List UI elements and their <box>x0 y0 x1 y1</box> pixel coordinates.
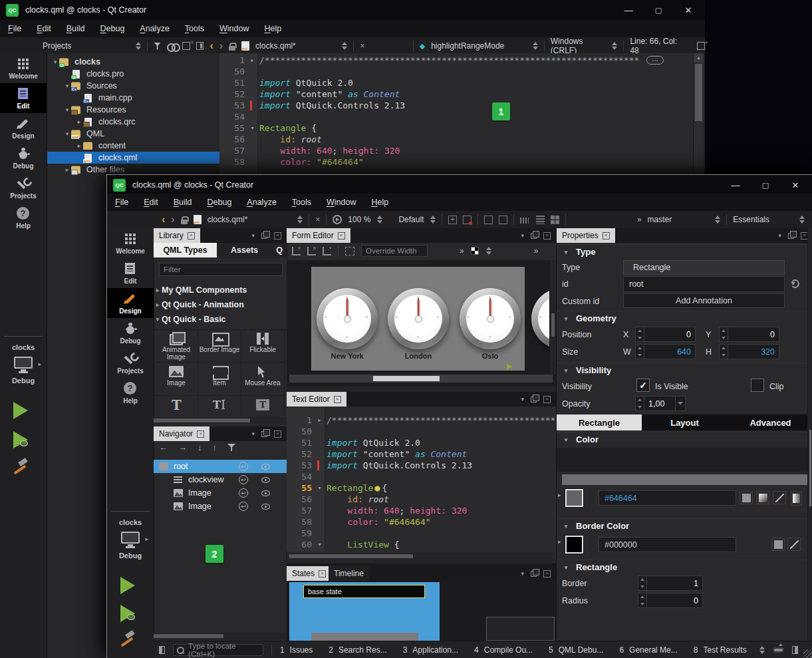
gradient-picker-button[interactable] <box>791 491 802 506</box>
navigator-hscrollbar[interactable] <box>154 633 287 639</box>
override-width-input[interactable]: Override Width <box>361 245 428 257</box>
close-sidebar-icon[interactable] <box>196 42 203 50</box>
visibility-eye-icon[interactable] <box>261 464 270 470</box>
toggle-right-sidebar-icon[interactable] <box>792 646 798 654</box>
perspective-combo-arrows-icon[interactable] <box>799 215 805 224</box>
dock-menu-icon[interactable]: ▾ <box>778 232 781 239</box>
fold-marker-icon[interactable]: ▾ <box>315 482 325 494</box>
tab-close-icon[interactable]: × <box>338 232 345 240</box>
clock-delegate[interactable]: London <box>388 288 449 349</box>
add-state-placeholder[interactable] <box>486 617 555 641</box>
library-group[interactable]: ▾Qt Quick - Basic <box>154 312 287 327</box>
move-up-icon[interactable]: ↑ <box>213 442 217 452</box>
show-bounds-icon[interactable] <box>345 247 354 255</box>
line-ending-selector[interactable]: Windows (CRLF) <box>551 37 606 55</box>
navigator-item[interactable]: Image↩ <box>154 500 287 513</box>
menu-build[interactable]: Build <box>67 24 85 33</box>
library-component[interactable]: Animated Image <box>155 330 198 363</box>
split-editor-icon[interactable] <box>697 42 705 50</box>
border-color-hex-input[interactable]: #000000 <box>599 537 736 552</box>
dock-menu-icon[interactable]: ▾ <box>251 430 255 437</box>
tree-expander-icon[interactable]: ▾ <box>63 106 71 113</box>
group-expander-icon[interactable]: ▸ <box>154 287 162 293</box>
close-dock-icon[interactable]: × <box>543 232 551 240</box>
zoom-arrows-icon[interactable] <box>485 246 491 255</box>
split-add-icon[interactable] <box>182 42 190 50</box>
kit-selector[interactable]: ▸ <box>0 357 47 369</box>
output-pane-button[interactable]: 1Issues <box>280 645 313 655</box>
show-rows-icon[interactable] <box>536 216 545 224</box>
border-spinbox[interactable]: 1 <box>638 576 703 591</box>
minimize-button[interactable]: — <box>726 178 745 192</box>
clock-delegate[interactable]: Oslo <box>460 288 521 349</box>
symbol-selector[interactable]: highlightRangeMode <box>431 41 504 51</box>
mode-design[interactable]: Design <box>0 113 47 143</box>
output-pane-button[interactable]: 6General Me... <box>619 645 677 655</box>
tree-expander-icon[interactable]: ▾ <box>63 82 71 89</box>
tab-clipped[interactable]: Q <box>272 243 287 257</box>
text-editor-hscrollbar[interactable] <box>289 553 553 560</box>
menu-edit[interactable]: Edit <box>144 198 158 207</box>
filter-icon[interactable] <box>154 43 161 50</box>
group-expander-icon[interactable]: ▾ <box>154 316 162 323</box>
mode-edit[interactable]: Edit <box>107 258 154 288</box>
document-combo-arrows-icon[interactable] <box>297 215 303 224</box>
navigator-item[interactable]: clockview↩ <box>154 473 287 486</box>
zoom-level-selector[interactable]: 100 % <box>348 215 370 224</box>
output-pane-button[interactable]: 5QML Debu... <box>549 645 603 655</box>
move-right-icon[interactable]: → <box>178 442 187 452</box>
library-component[interactable]: Border Image <box>198 330 241 363</box>
color-gradient-bar[interactable] <box>562 474 808 485</box>
dock-menu-icon[interactable]: ▾ <box>251 232 255 239</box>
zoom-combo-arrows-icon[interactable] <box>376 215 382 224</box>
pane-arrows-icon[interactable] <box>759 645 765 655</box>
menu-window[interactable]: Window <box>327 198 356 207</box>
scrollbar-thumb[interactable] <box>551 313 555 337</box>
navigator-item[interactable]: Image↩ <box>154 486 287 500</box>
library-tab[interactable]: Library× <box>154 228 200 243</box>
output-pane-button[interactable]: 3Application... <box>403 645 458 655</box>
go-back-icon[interactable]: ‹ <box>209 41 213 51</box>
menu-edit[interactable]: Edit <box>37 24 51 33</box>
close-button[interactable]: ✕ <box>785 178 805 192</box>
properties-vscrollbar[interactable] <box>807 228 812 641</box>
fold-marker-icon[interactable]: ▾ <box>247 122 257 134</box>
debug-run-button[interactable] <box>13 431 47 448</box>
close-dock-icon[interactable]: × <box>543 396 551 403</box>
export-icon[interactable]: ↩ <box>239 475 248 484</box>
mode-welcome[interactable]: Welcome <box>107 228 154 258</box>
tab-layout[interactable]: Layout <box>642 414 728 430</box>
output-pane-button[interactable]: 2Search Res... <box>329 645 386 655</box>
outer-code-editor[interactable]: 1▸/*************************************… <box>219 53 693 174</box>
open-document-selector[interactable]: clocks.qml* <box>255 41 296 51</box>
float-dock-icon[interactable] <box>531 233 537 239</box>
w-spinbox[interactable]: 640 <box>635 344 696 359</box>
maximize-button[interactable]: ▢ <box>648 3 668 17</box>
id-input[interactable]: root <box>623 276 785 292</box>
x-spinbox[interactable]: 0 <box>635 327 696 342</box>
run-button[interactable] <box>13 402 28 419</box>
menu-help[interactable]: Help <box>265 24 282 33</box>
tab-qml-types[interactable]: QML Types <box>154 243 217 257</box>
toggle-left-sidebar-icon[interactable] <box>159 646 165 654</box>
add-annotation-button[interactable]: Add Annotation <box>623 293 785 308</box>
project-tree-item[interactable]: ▾Resources <box>47 104 219 116</box>
build-progress-icon[interactable] <box>773 647 784 653</box>
solid-color-button[interactable] <box>740 491 753 504</box>
tab-close-icon[interactable]: × <box>334 396 341 403</box>
clock-delegate[interactable]: New York <box>317 288 378 349</box>
perspective-selector[interactable]: Essentials <box>733 215 769 224</box>
project-tree-item[interactable]: ▸content <box>47 140 219 152</box>
dock-menu-icon[interactable]: ▾ <box>521 570 524 577</box>
projects-pane-selector[interactable]: Projects <box>43 41 71 51</box>
color-picker-area[interactable] <box>557 448 808 472</box>
project-tree-item[interactable]: clocks.pro <box>47 68 219 80</box>
snap-anchors-icon[interactable]: a <box>307 247 316 255</box>
snap-to-parent-icon[interactable] <box>484 216 493 224</box>
visibility-eye-icon[interactable] <box>261 504 270 510</box>
navigator-filter-icon[interactable] <box>227 444 235 451</box>
library-component[interactable]: Image <box>155 363 198 396</box>
library-group[interactable]: ▸My QML Components <box>154 283 287 297</box>
menu-tools[interactable]: Tools <box>292 198 311 207</box>
menu-help[interactable]: Help <box>372 198 389 207</box>
